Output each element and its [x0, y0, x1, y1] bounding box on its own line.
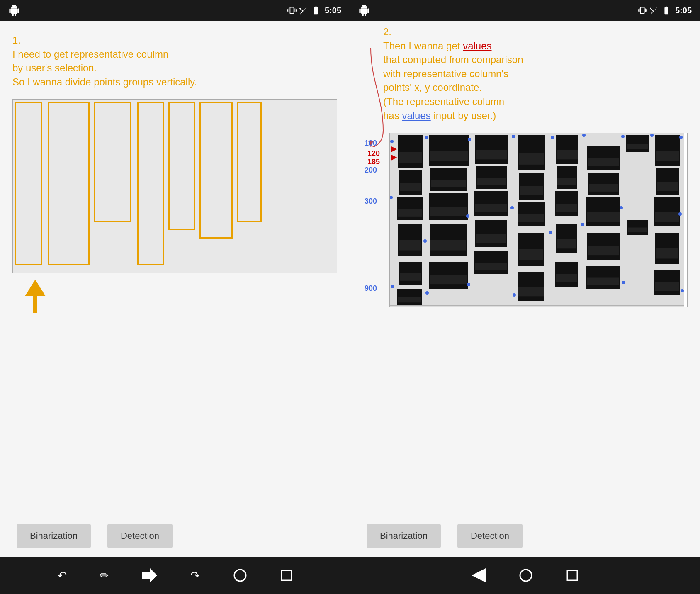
right-status-right: 5:05 [638, 6, 692, 15]
left-status-right: 5:05 [287, 6, 341, 15]
battery-icon [311, 6, 321, 15]
left-image-area [12, 99, 337, 273]
column-box-3 [94, 102, 131, 222]
right-status-icons [638, 6, 672, 15]
right-binarization-button[interactable]: Binarization [367, 524, 441, 548]
y-label-200: 200 [365, 166, 377, 175]
left-annotation-line2: by user's selection. [12, 61, 337, 75]
column-box-7 [237, 102, 262, 222]
left-content-area: 1. I need to get representative coulmn b… [0, 21, 350, 515]
vibrate-icon [287, 6, 297, 15]
column-box-5 [168, 102, 195, 230]
curved-arrow-svg [350, 48, 391, 147]
left-nav-bar: ↶ ✏ ↷ [0, 557, 350, 594]
right-image-area: ▶ ▶ ▸ ▸ ▸ ▸ [389, 133, 688, 307]
nav-redo-icon[interactable]: ↷ [190, 569, 200, 582]
y-label-185: 185 [367, 158, 380, 166]
left-screen: 5:05 1. I need to get representative cou… [0, 0, 350, 594]
right-annotation-line5: (The representative column [383, 95, 688, 109]
right-nav-bar [350, 557, 700, 594]
right-annotation-line2: that computed from comparison [383, 53, 688, 67]
left-button-area: Binarization Detection [0, 515, 350, 557]
right-image-container: 100 120 185 200 300 900 ▶ ▶ [362, 131, 688, 305]
y-label-300: 300 [365, 197, 377, 206]
column-box-2 [48, 102, 90, 265]
right-annotation: 2. Then I wanna get values that computed… [362, 25, 688, 122]
right-status-left [358, 5, 370, 16]
right-blue-values: values [402, 110, 430, 121]
right-annotation-line1: Then I wanna get values [383, 39, 688, 53]
column-box-6 [199, 102, 233, 239]
red-arrow-row2: ▶ [391, 152, 397, 162]
up-arrow-icon [25, 280, 46, 313]
right-nav-back-icon[interactable] [472, 568, 486, 582]
svg-marker-5 [472, 568, 486, 582]
svg-point-2 [234, 570, 246, 581]
y-label-120: 120 [367, 149, 380, 158]
right-screen: 5:05 2. Then I wanna get values that com… [350, 0, 700, 594]
left-annotation: 1. I need to get representative coulmn b… [12, 33, 337, 89]
arrow-right-2: ▶ [391, 152, 397, 162]
right-content-area: 2. Then I wanna get values that computed… [350, 21, 700, 515]
left-status-left [8, 5, 20, 16]
right-detection-button[interactable]: Detection [457, 524, 523, 548]
right-spacer [362, 309, 688, 515]
column-box-4 [137, 102, 164, 265]
right-time: 5:05 [675, 6, 692, 15]
y-label-100: 100 [365, 139, 377, 148]
right-annotation-line3: with representative column's [383, 67, 688, 81]
nav-circle-icon[interactable] [233, 568, 247, 582]
arrow-container [12, 278, 337, 319]
left-detection-button[interactable]: Detection [107, 524, 173, 548]
y-axis-labels: 100 120 185 200 300 900 [362, 131, 389, 305]
y-label-900: 900 [365, 284, 377, 293]
left-binarization-button[interactable]: Binarization [17, 524, 91, 548]
svg-rect-7 [567, 570, 577, 580]
right-battery-icon [661, 6, 672, 15]
right-annotation-line6: has values input by user.) [383, 109, 688, 123]
right-nav-circle-icon[interactable] [519, 568, 533, 582]
nav-home-icon[interactable] [142, 568, 157, 583]
nav-square-icon[interactable] [280, 569, 293, 582]
left-annotation-line3: So I wanna divide points groups vertical… [12, 75, 337, 89]
left-time: 5:05 [325, 6, 341, 15]
nav-edit-icon[interactable]: ✏ [100, 569, 109, 582]
up-arrow [25, 280, 46, 314]
screens-container: 5:05 1. I need to get representative cou… [0, 0, 700, 594]
right-vibrate-icon [638, 6, 647, 15]
left-status-icons [287, 6, 321, 15]
right-button-area: Binarization Detection [350, 515, 700, 557]
right-annotation-line4: points' x, y coordinate. [383, 80, 688, 95]
svg-point-6 [520, 570, 532, 581]
svg-marker-0 [25, 280, 46, 313]
right-status-bar: 5:05 [350, 0, 700, 21]
right-red-values: values [463, 40, 491, 51]
right-annotation-number: 2. [383, 25, 688, 39]
signal-off-icon [299, 6, 308, 15]
android-icon [8, 5, 20, 16]
right-signal-icon [649, 6, 659, 15]
left-status-bar: 5:05 [0, 0, 350, 21]
left-annotation-line1: I need to get representative coulmn [12, 47, 337, 61]
left-annotation-number: 1. [12, 33, 337, 47]
right-canvas [390, 133, 684, 307]
nav-undo-icon[interactable]: ↶ [57, 569, 67, 582]
right-nav-square-icon[interactable] [566, 569, 578, 582]
svg-rect-3 [282, 570, 292, 580]
right-android-icon [358, 5, 370, 16]
svg-marker-1 [142, 568, 157, 583]
column-box-1 [15, 102, 42, 265]
